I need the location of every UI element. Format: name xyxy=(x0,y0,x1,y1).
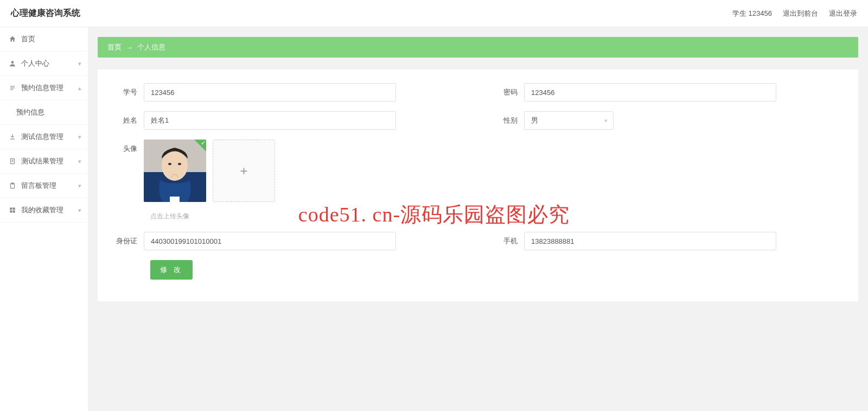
sidebar-label: 测试结果管理 xyxy=(21,156,63,166)
document-icon xyxy=(8,157,17,166)
chevron-down-icon: ▾ xyxy=(78,60,81,67)
gender-value: 男 xyxy=(531,116,538,125)
user-label[interactable]: 学生 123456 xyxy=(732,9,772,18)
sidebar-item-personal[interactable]: 个人中心 ▾ xyxy=(0,52,88,76)
breadcrumb-home[interactable]: 首页 xyxy=(107,42,122,52)
upload-hint: 点击上传头像 xyxy=(150,212,842,221)
phone-label: 手机 xyxy=(494,232,524,250)
avatar-preview[interactable] xyxy=(144,140,206,202)
sidebar-item-message-board[interactable]: 留言板管理 ▾ xyxy=(0,174,88,198)
svg-rect-11 xyxy=(10,211,12,213)
chevron-down-icon: ▾ xyxy=(78,182,81,189)
student-id-input[interactable] xyxy=(144,83,396,102)
idcard-label: 身份证 xyxy=(114,232,144,250)
gender-label: 性别 xyxy=(494,111,524,130)
sidebar-label: 个人中心 xyxy=(21,59,49,68)
submit-button[interactable]: 修 改 xyxy=(150,260,193,280)
breadcrumb: 首页 → 个人信息 xyxy=(98,37,858,58)
main-content: 首页 → 个人信息 学号 密码 姓名 xyxy=(88,27,868,411)
svg-point-16 xyxy=(168,163,171,165)
svg-rect-18 xyxy=(170,197,180,202)
chevron-down-icon: ▾ xyxy=(604,117,608,124)
header: 心理健康咨询系统 学生 123456 退出到前台 退出登录 xyxy=(0,0,868,27)
idcard-input[interactable] xyxy=(144,232,396,250)
password-input[interactable] xyxy=(524,83,776,102)
chevron-up-icon: ▴ xyxy=(78,85,81,92)
chevron-down-icon: ▾ xyxy=(78,134,81,141)
sidebar-subitem-appointment[interactable]: 预约信息 xyxy=(0,100,88,125)
chevron-down-icon: ▾ xyxy=(78,158,81,165)
plus-icon: + xyxy=(240,163,247,179)
svg-rect-12 xyxy=(13,211,15,213)
form-panel: 学号 密码 姓名 性别 男 ▾ xyxy=(98,69,858,301)
name-input[interactable] xyxy=(144,111,396,130)
download-icon xyxy=(8,132,17,141)
password-label: 密码 xyxy=(494,83,524,102)
check-icon xyxy=(194,140,206,151)
home-icon xyxy=(8,35,17,43)
sidebar-item-favorites[interactable]: 我的收藏管理 ▾ xyxy=(0,198,88,223)
chevron-down-icon: ▾ xyxy=(78,207,81,214)
sidebar-label: 测试信息管理 xyxy=(21,132,63,142)
avatar-label: 头像 xyxy=(114,140,144,158)
sidebar-label: 首页 xyxy=(21,34,35,44)
phone-input[interactable] xyxy=(524,232,776,250)
grid-icon xyxy=(8,206,17,214)
sidebar-label: 留言板管理 xyxy=(21,181,56,191)
avatar-upload-button[interactable]: + xyxy=(213,140,275,202)
breadcrumb-current: 个人信息 xyxy=(137,42,165,52)
svg-rect-10 xyxy=(13,207,15,210)
arrow-icon: → xyxy=(126,43,133,52)
student-id-label: 学号 xyxy=(114,83,144,102)
gender-select[interactable]: 男 ▾ xyxy=(524,111,614,130)
header-right: 学生 123456 退出到前台 退出登录 xyxy=(732,9,857,18)
app-title: 心理健康咨询系统 xyxy=(11,8,80,19)
name-label: 姓名 xyxy=(114,111,144,130)
user-icon xyxy=(8,59,17,68)
frontend-link[interactable]: 退出到前台 xyxy=(783,9,818,18)
clipboard-icon xyxy=(8,181,17,190)
svg-rect-9 xyxy=(10,207,12,210)
svg-point-0 xyxy=(11,61,14,64)
sidebar-item-home[interactable]: 首页 xyxy=(0,27,88,52)
sidebar: 首页 个人中心 ▾ 预约信息管理 ▴ 预约信息 测试信息管理 ▾ 测试结果管理 … xyxy=(0,27,88,411)
logout-link[interactable]: 退出登录 xyxy=(829,9,857,18)
sidebar-item-test-info[interactable]: 测试信息管理 ▾ xyxy=(0,125,88,149)
sidebar-item-test-result[interactable]: 测试结果管理 ▾ xyxy=(0,149,88,174)
sidebar-item-appointment[interactable]: 预约信息管理 ▴ xyxy=(0,76,88,100)
list-icon xyxy=(8,84,17,92)
sidebar-label: 我的收藏管理 xyxy=(21,205,63,215)
svg-point-17 xyxy=(178,163,181,165)
sidebar-label: 预约信息管理 xyxy=(21,83,63,93)
